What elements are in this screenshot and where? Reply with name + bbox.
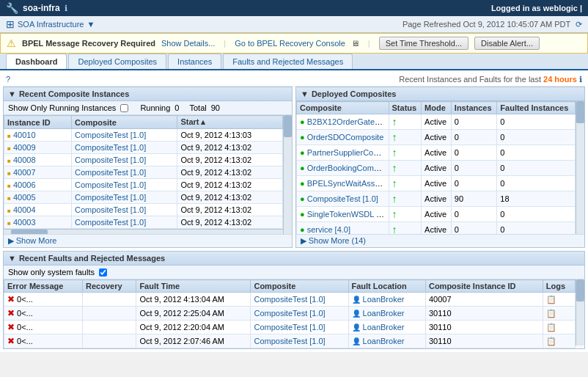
start-cell: Oct 9, 2012 4:13:03 — [177, 129, 283, 142]
comp-status-cell: ↑ — [389, 130, 422, 145]
instance-id-link[interactable]: 40003 — [13, 218, 36, 227]
fault-composite-link[interactable]: CompositeTest [1.0] — [254, 295, 325, 304]
logs-icon[interactable]: 📋 — [546, 337, 556, 345]
tab-deployed-composites[interactable]: Deployed Composites — [68, 54, 166, 69]
collapse-icon[interactable]: ▼ — [8, 89, 16, 98]
col-instances[interactable]: Instances — [451, 102, 497, 114]
comp-mode-cell: Active — [422, 130, 452, 145]
comp-name-link[interactable]: B2BX12OrderGatewa... — [307, 117, 389, 126]
composite-cell: CompositeTest [1.0] — [72, 166, 177, 179]
composite-link[interactable]: CompositeTest [1.0] — [75, 218, 146, 227]
hours-info-icon[interactable]: ℹ — [579, 75, 582, 84]
comp-instances-cell: 0 — [451, 161, 497, 176]
fault-composite-link[interactable]: CompositeTest [1.0] — [254, 309, 325, 318]
instance-id-link[interactable]: 40006 — [13, 180, 36, 189]
soa-infra-menu[interactable]: ⊞ SOA Infrastructure ▼ — [6, 18, 95, 30]
instances-show-more[interactable]: ▶ Show More — [4, 234, 292, 247]
instance-id-link[interactable]: 40009 — [13, 143, 36, 152]
col-instance-id[interactable]: Instance ID — [4, 116, 72, 129]
instances-vscrollbar[interactable] — [283, 115, 292, 234]
composite-link[interactable]: CompositeTest [1.0] — [75, 168, 146, 177]
fault-location-link[interactable]: LoanBroker — [363, 337, 405, 345]
composite-link[interactable]: CompositeTest [1.0] — [75, 131, 146, 139]
fault-location-cell: 👤 LoanBroker — [348, 321, 425, 334]
fault-location-cell: 👤 LoanBroker — [348, 293, 425, 307]
app-info-icon[interactable]: ℹ — [65, 4, 67, 13]
instances-hscrollbar[interactable] — [4, 229, 283, 234]
comp-faulted-cell: 0 — [497, 222, 576, 235]
col-composite[interactable]: Composite — [72, 116, 177, 129]
composites-show-more[interactable]: ▶ Show More (14) — [296, 234, 584, 247]
table-row: ● B2BX12OrderGatewa... ↑ Active 0 0 — [297, 114, 576, 130]
set-time-threshold-button[interactable]: Set Time Threshold... — [379, 37, 468, 50]
col-recovery[interactable]: Recovery — [83, 280, 136, 293]
fault-composite-link[interactable]: CompositeTest [1.0] — [254, 337, 325, 345]
comp-name-cell: ● SingleTokenWSDL [1... — [297, 207, 389, 222]
instance-id-cell: ■ 40009 — [4, 142, 72, 154]
logs-icon[interactable]: 📋 — [546, 309, 556, 318]
composite-link[interactable]: CompositeTest [1.0] — [75, 143, 146, 152]
show-details-link[interactable]: Show Details... — [161, 39, 215, 48]
disable-alert-button[interactable]: Disable Alert... — [474, 37, 540, 50]
col-comp-name[interactable]: Composite — [297, 102, 389, 114]
comp-name-link[interactable]: PartnerSupplierComp... — [307, 148, 389, 157]
instance-id-cell: ■ 40010 — [4, 129, 72, 142]
instance-id-link[interactable]: 40008 — [13, 155, 36, 164]
recent-label: Recent Instances and Faults for the last — [399, 75, 541, 84]
col-fault-composite[interactable]: Composite — [251, 280, 348, 293]
col-error-msg[interactable]: Error Message — [4, 280, 83, 293]
instance-id-link[interactable]: 40005 — [13, 193, 36, 202]
deployed-collapse-icon[interactable]: ▼ — [301, 89, 309, 98]
col-logs[interactable]: Logs — [543, 280, 575, 293]
tab-faults[interactable]: Faults and Rejected Messages — [223, 54, 353, 69]
fault-location-link[interactable]: LoanBroker — [363, 309, 405, 318]
comp-name-link[interactable]: OrderBookingCompo... — [307, 164, 389, 172]
fault-location-link[interactable]: LoanBroker — [363, 295, 405, 304]
composite-link[interactable]: CompositeTest [1.0] — [75, 205, 146, 214]
col-comp-instance-id[interactable]: Composite Instance ID — [425, 280, 543, 293]
faults-collapse-icon[interactable]: ▼ — [8, 254, 16, 263]
comp-name-link[interactable]: BPELSyncWaitAssert... — [307, 179, 389, 188]
filter-checkbox[interactable] — [120, 104, 128, 112]
logs-icon[interactable]: 📋 — [546, 323, 556, 332]
instance-id-link[interactable]: 40007 — [13, 168, 36, 177]
composite-cell: CompositeTest [1.0] — [72, 142, 177, 154]
col-mode[interactable]: Mode — [422, 102, 452, 114]
faults-vscrollbar[interactable] — [576, 279, 584, 345]
comp-name-link[interactable]: SingleTokenWSDL [1... — [307, 210, 389, 219]
composite-cell: CompositeTest [1.0] — [72, 154, 177, 166]
fault-composite-link[interactable]: CompositeTest [1.0] — [254, 323, 325, 332]
comp-show-more-arrow: ▶ — [301, 236, 306, 245]
instances-vscrollbar-thumb[interactable] — [284, 115, 292, 137]
col-start[interactable]: Start ▴ — [177, 116, 283, 129]
table-row: ● CompositeTest [1.0] ↑ Active 90 18 — [297, 191, 576, 207]
composites-vscrollbar-thumb[interactable] — [576, 101, 584, 123]
composite-link[interactable]: CompositeTest [1.0] — [75, 155, 146, 164]
composite-link[interactable]: CompositeTest [1.0] — [75, 180, 146, 189]
composites-vscrollbar[interactable] — [576, 101, 584, 234]
logs-icon[interactable]: 📋 — [546, 295, 556, 304]
refresh-icon[interactable]: ⟳ — [576, 20, 582, 29]
go-to-console-link[interactable]: Go to BPEL Recovery Console — [235, 39, 345, 48]
start-cell: Oct 9, 2012 4:13:02 — [177, 142, 283, 154]
comp-name-link[interactable]: CompositeTest [1.0] — [307, 194, 378, 203]
tab-dashboard[interactable]: Dashboard — [6, 54, 67, 69]
comp-mode-cell: Active — [422, 207, 452, 222]
instance-id-link[interactable]: 40010 — [13, 131, 36, 139]
logs-cell: 📋 — [543, 321, 575, 334]
col-fault-time[interactable]: Fault Time — [136, 280, 251, 293]
col-status[interactable]: Status — [389, 102, 422, 114]
composites-table: Composite Status Mode Instances Faulted … — [296, 101, 576, 234]
comp-name-link[interactable]: OrderSDOComposite — [307, 133, 384, 142]
composite-link[interactable]: CompositeTest [1.0] — [75, 193, 146, 202]
logs-cell: 📋 — [543, 307, 575, 321]
soa-infra-label: SOA Infrastructure — [18, 20, 84, 29]
faults-filter-checkbox[interactable] — [99, 268, 107, 277]
faults-vscrollbar-thumb[interactable] — [576, 279, 584, 301]
col-faulted[interactable]: Faulted Instances — [497, 102, 576, 114]
instance-id-link[interactable]: 40004 — [13, 205, 36, 214]
fault-location-link[interactable]: LoanBroker — [363, 323, 405, 332]
tab-instances[interactable]: Instances — [168, 54, 221, 69]
comp-name-link[interactable]: service [4.0] — [307, 225, 350, 234]
col-fault-location[interactable]: Fault Location — [348, 280, 425, 293]
